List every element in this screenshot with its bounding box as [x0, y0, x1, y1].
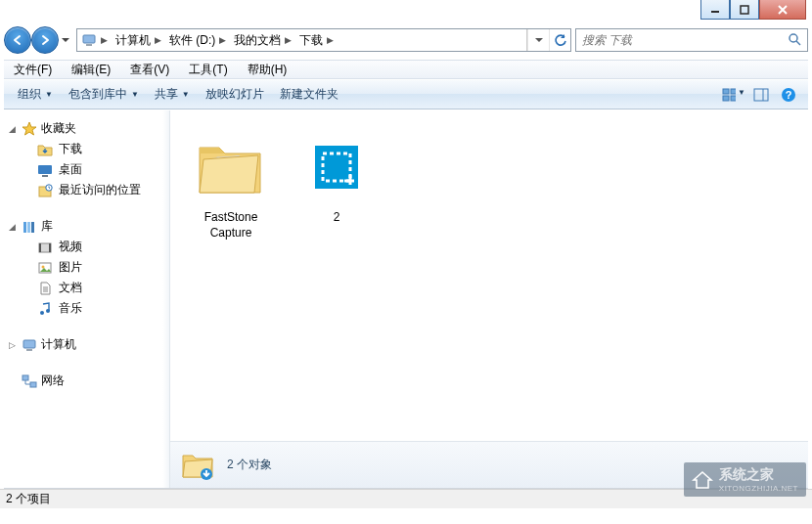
expand-icon: ◢	[9, 124, 16, 134]
breadcrumb-seg-1[interactable]: 软件 (D:)▶	[165, 29, 230, 51]
status-text: 2 个项目	[6, 491, 51, 507]
sidebar-label: 最近访问的位置	[59, 182, 141, 198]
address-dropdown[interactable]	[527, 29, 549, 51]
sidebar-item-downloads[interactable]: 下载	[4, 139, 169, 159]
expand-icon: ◢	[9, 222, 16, 232]
svg-rect-8	[723, 96, 729, 101]
image-item[interactable]: 2	[290, 124, 383, 230]
sidebar-libraries[interactable]: ◢ 库	[4, 216, 169, 237]
sidebar-item-pictures[interactable]: 图片	[4, 257, 169, 278]
menu-bar: 文件(F) 编辑(E) 查看(V) 工具(T) 帮助(H)	[4, 60, 808, 79]
svg-rect-0	[711, 11, 719, 13]
search-placeholder: 搜索 下载	[582, 32, 632, 49]
minimize-button[interactable]	[700, 0, 730, 20]
svg-rect-16	[39, 187, 51, 196]
breadcrumb-label: 计算机	[115, 32, 151, 49]
svg-rect-22	[39, 243, 41, 252]
sidebar-computer[interactable]: ▷ 计算机	[4, 334, 169, 355]
menu-view[interactable]: 查看(V)	[126, 60, 173, 80]
folder-item[interactable]: FastStone Capture	[184, 124, 278, 244]
breadcrumb-chevron[interactable]: ▶	[97, 29, 112, 51]
sidebar-label: 图片	[59, 259, 82, 276]
breadcrumb-seg-0[interactable]: 计算机▶	[112, 29, 165, 51]
breadcrumb-seg-2[interactable]: 我的文档▶	[230, 29, 295, 51]
svg-point-43	[201, 468, 212, 480]
share-button[interactable]: 共享▼	[149, 83, 196, 106]
new-folder-button[interactable]: 新建文件夹	[274, 83, 344, 106]
view-options-button[interactable]: ▼	[722, 88, 745, 102]
close-button[interactable]	[759, 0, 806, 20]
svg-text:?: ?	[786, 89, 792, 101]
computer-icon	[81, 32, 97, 48]
forward-button[interactable]	[31, 26, 59, 54]
details-summary: 2 个对象	[227, 457, 272, 473]
sidebar-label: 收藏夹	[41, 120, 76, 137]
folder-icon	[192, 128, 270, 206]
sidebar-label: 下载	[59, 141, 82, 157]
svg-rect-40	[323, 153, 350, 181]
search-input[interactable]: 搜索 下载	[575, 28, 808, 52]
svg-rect-39	[315, 146, 358, 189]
search-icon	[788, 32, 801, 49]
svg-point-29	[40, 311, 44, 315]
svg-rect-37	[209, 156, 242, 193]
sidebar-item-recent[interactable]: 最近访问的位置	[4, 180, 169, 200]
sidebar-item-desktop[interactable]: 桌面	[4, 159, 169, 180]
sidebar-network[interactable]: 网络	[4, 371, 169, 391]
command-bar: 组织▼ 包含到库中▼ 共享▼ 放映幻灯片 新建文件夹 ▼ ?	[4, 80, 808, 109]
svg-line-5	[796, 41, 800, 45]
svg-rect-14	[38, 165, 52, 174]
item-label: FastStone Capture	[188, 210, 274, 240]
video-icon	[37, 240, 53, 255]
refresh-button[interactable]	[549, 29, 570, 51]
svg-rect-18	[23, 222, 26, 233]
maximize-button[interactable]	[730, 0, 759, 20]
folder-icon	[37, 142, 53, 157]
sidebar-label: 库	[41, 218, 53, 235]
svg-rect-24	[39, 263, 51, 273]
address-bar[interactable]: ▶ 计算机▶ 软件 (D:)▶ 我的文档▶ 下载▶	[76, 28, 571, 52]
svg-rect-3	[86, 44, 92, 46]
menu-help[interactable]: 帮助(H)	[244, 60, 292, 80]
back-button[interactable]	[4, 26, 31, 54]
menu-edit[interactable]: 编辑(E)	[68, 60, 114, 80]
watermark-text: 系统之家	[719, 466, 798, 484]
organize-button[interactable]: 组织▼	[12, 83, 59, 106]
collapse-icon: ▷	[9, 340, 16, 350]
svg-rect-31	[23, 340, 35, 348]
nav-history-dropdown[interactable]	[59, 38, 72, 43]
include-in-library-button[interactable]: 包含到库中▼	[63, 83, 145, 106]
navigation-pane: ◢ 收藏夹 下载 桌面 最近访问的位置 ◢ 库	[4, 110, 170, 488]
sidebar-item-music[interactable]: 音乐	[4, 298, 169, 319]
picture-icon	[37, 260, 53, 276]
svg-rect-21	[39, 243, 51, 252]
watermark-sub: XITONGZHIJIA.NET	[719, 484, 798, 493]
menu-tools[interactable]: 工具(T)	[185, 60, 231, 80]
music-icon	[37, 301, 53, 317]
svg-rect-15	[42, 175, 48, 177]
svg-point-4	[789, 34, 797, 42]
folder-icon	[180, 448, 215, 483]
help-button[interactable]: ?	[777, 87, 800, 103]
preview-pane-button[interactable]	[749, 88, 773, 102]
breadcrumb-label: 我的文档	[234, 32, 281, 49]
breadcrumb-label: 软件 (D:)	[169, 32, 215, 49]
svg-rect-38	[217, 157, 247, 191]
slideshow-button[interactable]: 放映幻灯片	[200, 83, 270, 106]
breadcrumb-seg-3[interactable]: 下载▶	[295, 29, 338, 51]
svg-rect-19	[27, 222, 30, 233]
svg-rect-2	[83, 35, 95, 43]
item-label: 2	[334, 210, 340, 226]
sidebar-item-documents[interactable]: 文档	[4, 278, 169, 298]
sidebar-favorites[interactable]: ◢ 收藏夹	[4, 118, 169, 139]
watermark: 系统之家 XITONGZHIJIA.NET	[684, 462, 806, 497]
svg-rect-32	[26, 349, 32, 351]
svg-rect-6	[723, 89, 729, 94]
image-thumbnail	[297, 128, 376, 206]
menu-file[interactable]: 文件(F)	[10, 60, 56, 80]
sidebar-item-videos[interactable]: 视频	[4, 237, 169, 257]
recent-icon	[37, 183, 53, 198]
svg-rect-20	[31, 222, 34, 233]
items-view[interactable]: FastStone Capture 2	[170, 110, 808, 441]
computer-icon	[22, 337, 37, 353]
